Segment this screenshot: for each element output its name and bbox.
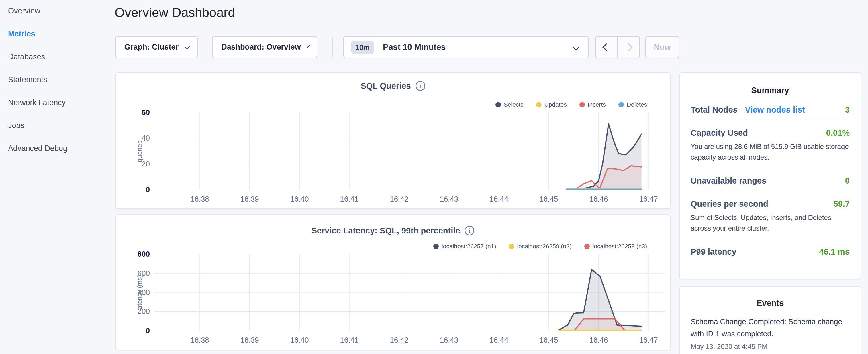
sidebar-item-network-latency[interactable]: Network Latency [8,97,66,108]
legend-dot-icon [618,102,624,107]
time-range-badge: 10m [351,41,374,54]
info-icon[interactable]: i [415,81,425,91]
chart-legend: localhost:26257 (n1)localhost:26259 (n2)… [433,243,647,250]
summary-title: Summary [680,86,861,95]
chart-plot-area [154,112,665,190]
x-axis-tick: 16:38 [180,336,220,345]
summary-row-description: Sum of Selects, Updates, Inserts, and De… [691,212,850,233]
x-axis-tick: 16:42 [379,195,419,204]
y-axis-tick: 600 [116,268,150,278]
x-axis-tick: 16:40 [279,195,319,204]
x-axis-tick: 16:46 [579,336,619,345]
summary-row-label: Total Nodes [691,105,738,115]
graph-dropdown-label: Graph: Cluster [124,43,179,52]
x-axis-tick: 16:45 [529,195,569,204]
event-item[interactable]: Schema Change Completed: Schema change w… [691,316,850,351]
legend-label: localhost:26259 (n2) [517,243,571,250]
sidebar-item-jobs[interactable]: Jobs [8,120,24,131]
x-axis-tick: 16:44 [479,195,519,204]
legend-item: localhost:26259 (n2) [509,243,571,250]
legend-item: Inserts [580,101,606,108]
y-axis-tick: 800 [116,249,150,259]
y-axis-tick: 200 [116,307,150,316]
summary-row-value: 59.7 [834,199,850,209]
legend-item: localhost:26258 (n3) [584,243,647,250]
legend-item: Updates [536,101,567,108]
info-icon[interactable]: i [465,226,474,235]
legend-dot-icon [580,102,585,107]
summary-row: Total NodesView nodes list3 [691,98,850,122]
time-step-back-button[interactable] [596,37,618,58]
summary-row-value: 3 [845,105,850,115]
page-title: Overview Dashboard [115,5,235,20]
summary-row-value: 46.1 ms [819,247,850,257]
sidebar: OverviewMetricsDatabasesStatementsNetwor… [0,0,115,354]
toolbar-divider [332,37,333,57]
y-axis-label: queries [136,120,144,183]
summary-row-label: P99 latency [691,247,737,257]
chevron-left-icon [602,43,611,52]
legend-label: Deletes [627,101,647,108]
x-axis-tick: 16:41 [329,195,369,204]
y-axis-tick: 20 [116,159,150,169]
chevron-down-icon [573,44,580,51]
graph-dropdown[interactable]: Graph: Cluster [115,36,198,58]
dashboard-dropdown-label: Dashboard: Overview [221,43,301,52]
now-button[interactable]: Now [645,36,679,58]
x-axis-tick: 16:38 [180,195,220,204]
sidebar-item-statements[interactable]: Statements [8,74,47,85]
x-axis-tick: 16:47 [628,336,669,345]
event-timestamp: May 13, 2020 at 4:45 PM [691,343,850,351]
sidebar-item-metrics[interactable]: Metrics [8,28,35,39]
time-range-dropdown[interactable]: 10m Past 10 Minutes [343,36,589,58]
y-axis-tick: 0 [116,185,150,194]
legend-label: Selects [504,101,524,108]
chevron-down-icon [184,43,190,49]
legend-label: Inserts [588,101,606,108]
x-axis-tick: 16:40 [279,336,319,345]
legend-label: localhost:26258 (n3) [593,243,647,250]
y-axis-tick: 60 [116,107,150,117]
x-axis-tick: 16:41 [329,336,369,345]
legend-label: localhost:26257 (n1) [442,243,496,250]
summary-row-description: You are using 28.6 MiB of 515.9 GiB usab… [691,141,850,162]
legend-dot-icon [495,102,501,107]
x-axis-tick: 16:43 [429,195,469,204]
summary-row: Capacity Used0.01%You are using 28.6 MiB… [691,122,850,169]
legend-item: Deletes [618,101,647,108]
summary-row: P99 latency46.1 ms [691,240,850,263]
summary-panel: Summary Total NodesView nodes list3Capac… [679,72,861,279]
dashboard-dropdown[interactable]: Dashboard: Overview [212,36,317,58]
legend-dot-icon [509,244,514,249]
time-step-forward-button[interactable] [618,37,639,58]
chart-legend: SelectsUpdatesInsertsDeletes [495,101,647,108]
y-axis-tick: 400 [116,288,150,297]
x-axis-tick: 16:47 [628,195,669,204]
events-panel: Events Schema Change Completed: Schema c… [679,286,861,354]
x-axis-tick: 16:45 [529,336,569,345]
time-step-controls [595,36,640,58]
summary-row-label: Queries per second [691,199,768,209]
x-axis-tick: 16:42 [379,336,419,345]
y-axis-label: latency (ms) [136,261,144,324]
sidebar-item-overview[interactable]: Overview [8,5,40,17]
chevron-right-icon [624,43,633,52]
summary-row-value: 0 [845,176,850,186]
y-axis-tick: 0 [116,326,150,335]
x-axis-tick: 16:39 [229,195,270,204]
chevron-down-icon [306,45,310,49]
legend-label: Updates [545,101,567,108]
event-text: Schema Change Completed: Schema change w… [691,316,850,340]
sidebar-item-advanced-debug[interactable]: Advanced Debug [8,142,67,154]
events-title: Events [680,298,861,308]
view-nodes-list-link[interactable]: View nodes list [745,105,805,115]
legend-item: localhost:26257 (n1) [433,243,496,250]
chart-title: Service Latency: SQL, 99th percentile [311,226,460,235]
sidebar-item-databases[interactable]: Databases [8,51,45,62]
sql-queries-chart-card: SQL QueriesiSelectsUpdatesInsertsDeletes… [115,72,671,209]
legend-dot-icon [433,244,439,249]
chart-plot-area [154,254,665,330]
y-axis-tick: 40 [116,133,150,143]
time-range-label: Past 10 Minutes [383,42,445,52]
summary-row: Unavailable ranges0 [691,169,850,192]
